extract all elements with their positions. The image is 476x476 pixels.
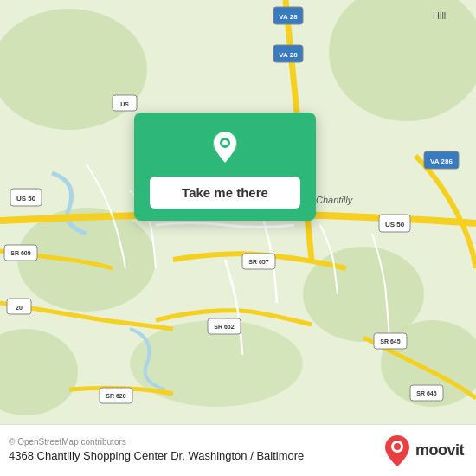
- svg-text:20: 20: [16, 305, 23, 311]
- take-me-there-button[interactable]: Take me there: [150, 177, 300, 209]
- svg-text:SR 609: SR 609: [10, 250, 30, 256]
- svg-text:SR 657: SR 657: [248, 259, 268, 265]
- svg-point-38: [222, 140, 228, 145]
- svg-point-40: [394, 443, 401, 450]
- moovit-logo: moovit: [384, 435, 464, 466]
- svg-point-3: [17, 208, 156, 312]
- svg-text:VA 28: VA 28: [279, 51, 298, 59]
- svg-text:SR 645: SR 645: [380, 338, 400, 344]
- svg-text:SR 645: SR 645: [416, 390, 436, 396]
- location-pin-icon: [206, 128, 244, 166]
- svg-text:SR 662: SR 662: [214, 324, 234, 330]
- address-text: 4368 Chantilly Shopping Center Dr, Washi…: [9, 449, 304, 464]
- location-card: Take me there: [134, 113, 316, 221]
- svg-text:Chantilly: Chantilly: [316, 195, 354, 205]
- svg-text:US 50: US 50: [16, 195, 36, 203]
- footer-left: © OpenStreetMap contributors 4368 Chanti…: [9, 437, 304, 464]
- svg-text:SR 620: SR 620: [106, 393, 125, 399]
- svg-text:VA 28: VA 28: [279, 13, 298, 21]
- svg-text:Hill: Hill: [433, 10, 446, 21]
- footer: © OpenStreetMap contributors 4368 Chanti…: [0, 424, 476, 476]
- copyright-text: © OpenStreetMap contributors: [9, 437, 304, 447]
- moovit-logo-icon: [384, 435, 410, 466]
- map-container: US 50 US 50 VA 28 VA 28 VA 286 SR 609 SR…: [0, 0, 476, 424]
- svg-text:US 50: US 50: [385, 221, 405, 228]
- moovit-wordmark: moovit: [415, 441, 464, 460]
- svg-text:US: US: [120, 101, 129, 107]
- svg-text:VA 286: VA 286: [430, 158, 453, 165]
